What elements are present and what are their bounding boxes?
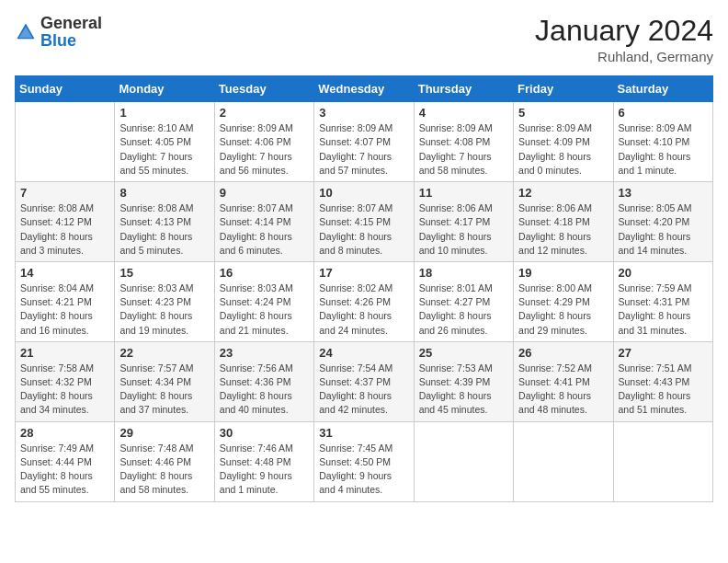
calendar-cell bbox=[514, 421, 613, 501]
calendar-cell: 2Sunrise: 8:09 AM Sunset: 4:06 PM Daylig… bbox=[214, 102, 313, 182]
week-row-1: 7Sunrise: 8:08 AM Sunset: 4:12 PM Daylig… bbox=[16, 182, 713, 262]
day-number: 4 bbox=[419, 106, 508, 120]
calendar-cell: 17Sunrise: 8:02 AM Sunset: 4:26 PM Dayli… bbox=[314, 261, 414, 341]
day-info: Sunrise: 7:59 AM Sunset: 4:31 PM Dayligh… bbox=[619, 282, 708, 338]
calendar-cell: 20Sunrise: 7:59 AM Sunset: 4:31 PM Dayli… bbox=[613, 261, 712, 341]
calendar-title: January 2024 bbox=[535, 15, 713, 47]
day-header-tuesday: Tuesday bbox=[214, 76, 313, 102]
calendar-cell: 14Sunrise: 8:04 AM Sunset: 4:21 PM Dayli… bbox=[16, 261, 115, 341]
day-number: 23 bbox=[220, 346, 309, 360]
calendar-cell: 13Sunrise: 8:05 AM Sunset: 4:20 PM Dayli… bbox=[613, 182, 712, 262]
day-info: Sunrise: 8:01 AM Sunset: 4:27 PM Dayligh… bbox=[419, 282, 508, 338]
calendar-cell: 25Sunrise: 7:53 AM Sunset: 4:39 PM Dayli… bbox=[414, 341, 513, 421]
day-number: 9 bbox=[220, 186, 309, 200]
day-info: Sunrise: 8:04 AM Sunset: 4:21 PM Dayligh… bbox=[20, 282, 109, 338]
calendar-cell: 8Sunrise: 8:08 AM Sunset: 4:13 PM Daylig… bbox=[115, 182, 214, 262]
calendar-subtitle: Ruhland, Germany bbox=[535, 49, 713, 64]
calendar-cell: 22Sunrise: 7:57 AM Sunset: 4:34 PM Dayli… bbox=[115, 341, 214, 421]
calendar-cell: 29Sunrise: 7:48 AM Sunset: 4:46 PM Dayli… bbox=[115, 421, 214, 501]
day-number: 15 bbox=[119, 266, 209, 280]
day-info: Sunrise: 8:00 AM Sunset: 4:29 PM Dayligh… bbox=[518, 282, 608, 338]
logo-blue-text: Blue bbox=[40, 31, 76, 50]
calendar-cell: 3Sunrise: 8:09 AM Sunset: 4:07 PM Daylig… bbox=[314, 102, 414, 182]
calendar-cell: 19Sunrise: 8:00 AM Sunset: 4:29 PM Dayli… bbox=[514, 261, 613, 341]
day-info: Sunrise: 7:58 AM Sunset: 4:32 PM Dayligh… bbox=[20, 362, 109, 418]
day-number: 17 bbox=[319, 266, 408, 280]
calendar-cell: 16Sunrise: 8:03 AM Sunset: 4:24 PM Dayli… bbox=[214, 261, 313, 341]
week-row-3: 21Sunrise: 7:58 AM Sunset: 4:32 PM Dayli… bbox=[16, 341, 713, 421]
day-header-wednesday: Wednesday bbox=[314, 76, 414, 102]
day-number: 28 bbox=[20, 426, 109, 440]
day-info: Sunrise: 8:10 AM Sunset: 4:05 PM Dayligh… bbox=[119, 121, 209, 178]
day-number: 30 bbox=[220, 426, 309, 440]
calendar-cell: 7Sunrise: 8:08 AM Sunset: 4:12 PM Daylig… bbox=[16, 182, 115, 262]
day-info: Sunrise: 8:07 AM Sunset: 4:15 PM Dayligh… bbox=[319, 201, 408, 258]
day-number: 24 bbox=[319, 346, 408, 360]
day-header-sunday: Sunday bbox=[16, 76, 115, 102]
day-info: Sunrise: 7:54 AM Sunset: 4:37 PM Dayligh… bbox=[319, 362, 408, 418]
day-number: 13 bbox=[619, 186, 708, 200]
day-info: Sunrise: 7:51 AM Sunset: 4:43 PM Dayligh… bbox=[619, 362, 708, 418]
day-number: 16 bbox=[220, 266, 309, 280]
day-number: 14 bbox=[20, 266, 109, 280]
day-number: 19 bbox=[518, 266, 608, 280]
calendar-cell: 27Sunrise: 7:51 AM Sunset: 4:43 PM Dayli… bbox=[613, 341, 712, 421]
day-info: Sunrise: 7:57 AM Sunset: 4:34 PM Dayligh… bbox=[119, 362, 209, 418]
week-row-0: 1Sunrise: 8:10 AM Sunset: 4:05 PM Daylig… bbox=[16, 102, 713, 182]
day-info: Sunrise: 8:06 AM Sunset: 4:17 PM Dayligh… bbox=[419, 201, 508, 258]
day-number: 1 bbox=[119, 106, 209, 120]
day-info: Sunrise: 8:05 AM Sunset: 4:20 PM Dayligh… bbox=[619, 201, 708, 258]
logo-icon bbox=[15, 21, 37, 43]
day-number: 26 bbox=[518, 346, 608, 360]
day-number: 5 bbox=[518, 106, 608, 120]
day-info: Sunrise: 8:09 AM Sunset: 4:08 PM Dayligh… bbox=[419, 121, 508, 178]
day-info: Sunrise: 8:08 AM Sunset: 4:13 PM Dayligh… bbox=[119, 201, 209, 258]
day-number: 8 bbox=[119, 186, 209, 200]
day-number: 10 bbox=[319, 186, 408, 200]
day-info: Sunrise: 7:49 AM Sunset: 4:44 PM Dayligh… bbox=[20, 442, 109, 498]
logo: General Blue bbox=[15, 15, 102, 50]
calendar-cell: 30Sunrise: 7:46 AM Sunset: 4:48 PM Dayli… bbox=[214, 421, 313, 501]
day-info: Sunrise: 8:03 AM Sunset: 4:23 PM Dayligh… bbox=[119, 282, 209, 338]
header: General Blue January 2024 Ruhland, Germa… bbox=[15, 15, 713, 64]
calendar-cell bbox=[613, 421, 712, 501]
day-number: 21 bbox=[20, 346, 109, 360]
day-info: Sunrise: 7:52 AM Sunset: 4:41 PM Dayligh… bbox=[518, 362, 608, 418]
day-number: 25 bbox=[419, 346, 508, 360]
calendar-cell: 11Sunrise: 8:06 AM Sunset: 4:17 PM Dayli… bbox=[414, 182, 513, 262]
calendar-cell bbox=[16, 102, 115, 182]
day-number: 18 bbox=[419, 266, 508, 280]
day-header-friday: Friday bbox=[514, 76, 613, 102]
day-info: Sunrise: 8:09 AM Sunset: 4:07 PM Dayligh… bbox=[319, 121, 408, 178]
day-number: 2 bbox=[220, 106, 309, 120]
calendar-cell: 18Sunrise: 8:01 AM Sunset: 4:27 PM Dayli… bbox=[414, 261, 513, 341]
day-number: 31 bbox=[319, 426, 408, 440]
week-row-2: 14Sunrise: 8:04 AM Sunset: 4:21 PM Dayli… bbox=[16, 261, 713, 341]
day-info: Sunrise: 7:56 AM Sunset: 4:36 PM Dayligh… bbox=[220, 362, 309, 418]
logo-general-text: General bbox=[40, 14, 102, 32]
title-area: January 2024 Ruhland, Germany bbox=[535, 15, 713, 64]
day-number: 20 bbox=[619, 266, 708, 280]
day-header-thursday: Thursday bbox=[414, 76, 513, 102]
day-info: Sunrise: 8:09 AM Sunset: 4:09 PM Dayligh… bbox=[518, 121, 608, 178]
day-info: Sunrise: 8:06 AM Sunset: 4:18 PM Dayligh… bbox=[518, 201, 608, 258]
day-info: Sunrise: 8:07 AM Sunset: 4:14 PM Dayligh… bbox=[220, 201, 309, 258]
calendar-cell: 15Sunrise: 8:03 AM Sunset: 4:23 PM Dayli… bbox=[115, 261, 214, 341]
day-info: Sunrise: 7:46 AM Sunset: 4:48 PM Dayligh… bbox=[220, 442, 309, 498]
day-number: 11 bbox=[419, 186, 508, 200]
week-row-4: 28Sunrise: 7:49 AM Sunset: 4:44 PM Dayli… bbox=[16, 421, 713, 501]
calendar-cell: 10Sunrise: 8:07 AM Sunset: 4:15 PM Dayli… bbox=[314, 182, 414, 262]
calendar-cell: 1Sunrise: 8:10 AM Sunset: 4:05 PM Daylig… bbox=[115, 102, 214, 182]
day-info: Sunrise: 8:02 AM Sunset: 4:26 PM Dayligh… bbox=[319, 282, 408, 338]
calendar-table: SundayMondayTuesdayWednesdayThursdayFrid… bbox=[15, 75, 713, 501]
calendar-cell: 12Sunrise: 8:06 AM Sunset: 4:18 PM Dayli… bbox=[514, 182, 613, 262]
day-info: Sunrise: 8:09 AM Sunset: 4:06 PM Dayligh… bbox=[220, 121, 309, 178]
day-info: Sunrise: 8:03 AM Sunset: 4:24 PM Dayligh… bbox=[220, 282, 309, 338]
day-info: Sunrise: 7:53 AM Sunset: 4:39 PM Dayligh… bbox=[419, 362, 508, 418]
calendar-cell: 5Sunrise: 8:09 AM Sunset: 4:09 PM Daylig… bbox=[514, 102, 613, 182]
day-info: Sunrise: 8:09 AM Sunset: 4:10 PM Dayligh… bbox=[619, 121, 708, 178]
day-number: 27 bbox=[619, 346, 708, 360]
calendar-cell: 9Sunrise: 8:07 AM Sunset: 4:14 PM Daylig… bbox=[214, 182, 313, 262]
day-number: 29 bbox=[119, 426, 209, 440]
calendar-cell: 24Sunrise: 7:54 AM Sunset: 4:37 PM Dayli… bbox=[314, 341, 414, 421]
